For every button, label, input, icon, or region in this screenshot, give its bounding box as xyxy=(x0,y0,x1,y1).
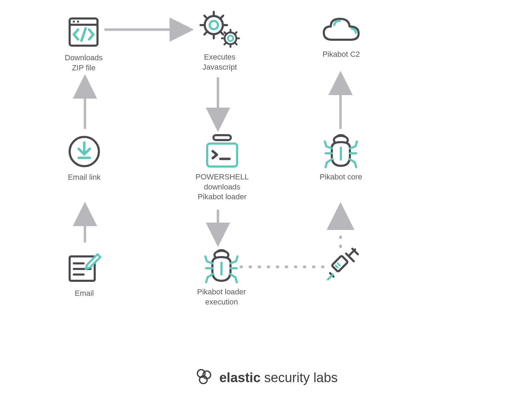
node-executes-js: Executes Javascript xyxy=(197,10,242,72)
svg-point-30 xyxy=(228,36,233,41)
node-pikabot-c2: Pikabot C2 xyxy=(320,15,362,60)
pikabot-c2-label: Pikabot C2 xyxy=(322,49,360,60)
download-circle-icon xyxy=(67,134,102,169)
executes-js-label: Executes Javascript xyxy=(202,52,237,72)
svg-line-28 xyxy=(204,31,208,34)
svg-line-19 xyxy=(81,28,86,41)
svg-line-27 xyxy=(220,31,223,34)
svg-line-26 xyxy=(204,16,208,19)
svg-point-17 xyxy=(73,21,75,23)
svg-line-37 xyxy=(235,43,237,45)
pikabot-loader-label: Pikabot loader execution xyxy=(197,287,246,307)
bug-icon xyxy=(320,134,362,169)
footer-logo: elastic security labs xyxy=(194,367,338,388)
svg-point-18 xyxy=(77,21,79,23)
footer-brand-bold: elastic xyxy=(219,370,260,385)
powershell-label: POWERSHELL downloads Pikabot loader xyxy=(191,172,253,202)
svg-line-36 xyxy=(224,32,226,34)
svg-line-29 xyxy=(220,16,223,19)
footer-brand-rest: security labs xyxy=(260,370,338,385)
svg-line-39 xyxy=(235,32,237,34)
svg-line-38 xyxy=(224,43,226,45)
node-powershell: POWERSHELL downloads Pikabot loader xyxy=(191,134,253,202)
svg-rect-40 xyxy=(213,135,231,140)
code-file-icon xyxy=(66,15,101,49)
cloud-icon xyxy=(320,15,362,46)
svg-line-50 xyxy=(328,275,333,279)
syringe-icon xyxy=(322,248,360,286)
diagram-container: Email Email link Download xyxy=(0,0,532,409)
email-icon xyxy=(67,250,102,285)
terminal-icon xyxy=(203,134,241,169)
email-link-label: Email link xyxy=(68,172,101,183)
node-downloads-zip: Downloads ZIP file xyxy=(65,15,103,73)
email-label: Email xyxy=(75,288,94,299)
downloads-zip-label: Downloads ZIP file xyxy=(65,53,103,73)
node-pikabot-loader: Pikabot loader execution xyxy=(197,249,246,307)
elastic-cluster-icon xyxy=(194,367,214,388)
bug-icon xyxy=(201,249,242,284)
node-pikabot-core: Pikabot core xyxy=(320,134,362,182)
node-email: Email xyxy=(67,250,102,299)
svg-rect-41 xyxy=(207,144,237,167)
svg-rect-48 xyxy=(332,256,348,272)
node-syringe xyxy=(322,248,360,286)
pikabot-core-label: Pikabot core xyxy=(320,172,362,182)
svg-point-20 xyxy=(210,21,218,29)
footer-text: elastic security labs xyxy=(219,370,338,385)
gears-icon xyxy=(197,10,242,49)
node-email-link: Email link xyxy=(67,134,102,183)
